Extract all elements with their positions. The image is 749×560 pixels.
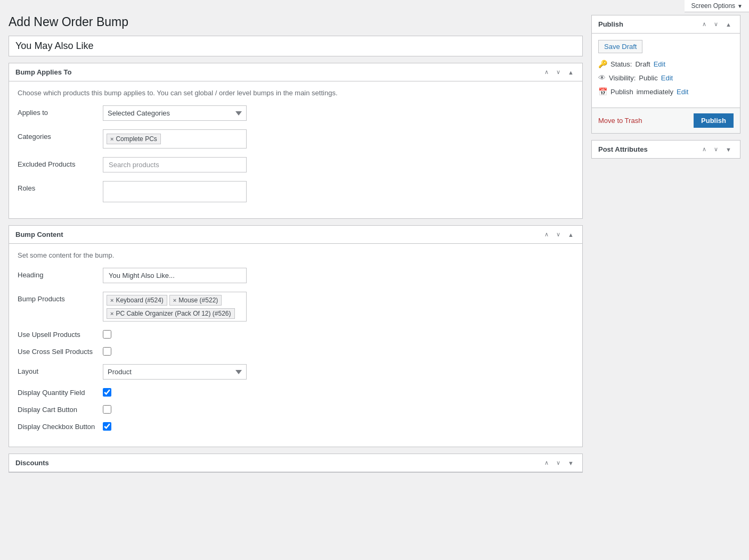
display-cart-label: Display Cart Button <box>18 406 103 414</box>
bump-products-tag-input[interactable]: × Keyboard (#524) × Mouse (#522) × PC Ca… <box>103 292 247 322</box>
discounts-header: Discounts ∧ ∨ ▼ <box>9 454 582 472</box>
publish-collapse-down-button[interactable]: ∨ <box>712 20 720 29</box>
publish-box-title: Publish <box>598 20 623 28</box>
keyboard-tag-label: Keyboard (#524) <box>116 297 163 304</box>
bump-products-label: Bump Products <box>18 292 103 303</box>
status-label: Status: <box>610 60 632 68</box>
close-metabox-button[interactable]: ▲ <box>566 68 576 77</box>
heading-input[interactable] <box>103 268 247 283</box>
screen-options-label: Screen Options <box>691 2 735 10</box>
display-quantity-row: Display Quantity Field <box>18 388 574 397</box>
publish-close-button[interactable]: ▲ <box>723 20 734 29</box>
roles-control <box>103 181 574 202</box>
collapse-down-button[interactable]: ∨ <box>554 68 563 77</box>
layout-label: Layout <box>18 364 103 375</box>
post-attributes-box: Post Attributes ∧ ∨ ▼ <box>591 140 740 159</box>
metabox-header-applies-to: Bump Applies To ∧ ∨ ▲ <box>9 63 582 81</box>
publish-box: Publish ∧ ∨ ▲ Save Draft 🔑 Status: Draft… <box>591 15 740 134</box>
use-crosssell-label: Use Cross Sell Products <box>18 348 103 356</box>
roles-tag-input[interactable] <box>103 181 247 202</box>
screen-options-button[interactable]: Screen Options ▼ <box>685 0 749 12</box>
excluded-products-control <box>103 157 574 172</box>
publish-header: Publish ∧ ∨ ▲ <box>592 15 740 34</box>
metabox-header-content: Bump Content ∧ ∨ ▲ <box>9 226 582 244</box>
publish-time-icon: 📅 <box>598 87 607 96</box>
status-row: 🔑 Status: Draft Edit <box>598 60 734 68</box>
discounts-close-button[interactable]: ▼ <box>566 459 576 467</box>
discounts-title: Discounts <box>15 459 49 467</box>
status-icon: 🔑 <box>598 60 607 68</box>
move-to-trash-link[interactable]: Move to Trash <box>598 117 642 125</box>
display-cart-row: Display Cart Button <box>18 405 574 414</box>
status-value: Draft <box>635 60 650 68</box>
use-upsell-checkbox[interactable] <box>103 330 111 339</box>
product-tag-mouse: × Mouse (#522) <box>169 295 222 306</box>
display-quantity-checkbox[interactable] <box>103 388 111 397</box>
layout-row: Layout Product List Grid <box>18 364 574 380</box>
screen-options-chevron: ▼ <box>737 3 743 9</box>
remove-cable-tag[interactable]: × <box>110 310 113 317</box>
visibility-icon: 👁 <box>598 73 606 82</box>
publish-time-value: immediately <box>637 88 673 96</box>
excluded-products-search[interactable] <box>103 157 247 172</box>
page-title: Add New Order Bump <box>9 15 583 29</box>
publish-time-edit-link[interactable]: Edit <box>677 88 688 96</box>
remove-mouse-tag[interactable]: × <box>173 297 176 303</box>
post-attr-up-button[interactable]: ∧ <box>700 145 709 154</box>
bump-content-description: Set some content for the bump. <box>18 251 574 259</box>
product-tag-cable: × PC Cable Organizer (Pack Of 12) (#526) <box>107 308 235 319</box>
use-crosssell-checkbox[interactable] <box>103 347 111 356</box>
display-cart-checkbox[interactable] <box>103 405 111 414</box>
post-title-input[interactable] <box>9 36 583 56</box>
content-collapse-up-button[interactable]: ∧ <box>542 230 551 239</box>
bump-content-metabox: Bump Content ∧ ∨ ▲ Set some content for … <box>9 225 583 447</box>
post-attributes-header: Post Attributes ∧ ∨ ▼ <box>592 141 740 158</box>
content-collapse-down-button[interactable]: ∨ <box>554 230 563 239</box>
publish-time-label: Publish <box>610 88 633 96</box>
layout-control: Product List Grid <box>103 364 574 380</box>
discounts-collapse-down-button[interactable]: ∨ <box>554 458 563 467</box>
collapse-up-button[interactable]: ∧ <box>542 68 551 77</box>
applies-to-select[interactable]: Selected Categories All Products Specifi… <box>103 105 247 121</box>
visibility-value: Public <box>639 74 657 82</box>
post-attr-close-button[interactable]: ▼ <box>723 145 734 154</box>
display-checkbox-row: Display Checkbox Button <box>18 422 574 431</box>
publish-body: Save Draft 🔑 Status: Draft Edit 👁 Visibi… <box>592 34 740 108</box>
categories-tag-input[interactable]: × Complete PCs <box>103 129 247 149</box>
post-attributes-controls: ∧ ∨ ▼ <box>699 145 734 154</box>
visibility-edit-link[interactable]: Edit <box>661 74 673 82</box>
post-attr-down-button[interactable]: ∨ <box>712 145 720 154</box>
remove-keyboard-tag[interactable]: × <box>110 297 113 303</box>
publish-collapse-up-button[interactable]: ∧ <box>700 20 709 29</box>
excluded-products-label: Excluded Products <box>18 157 103 168</box>
publish-footer: Move to Trash Publish <box>592 108 740 133</box>
category-tag-complete-pcs: × Complete PCs <box>107 134 161 144</box>
remove-category-tag[interactable]: × <box>110 136 113 142</box>
bump-applies-to-body: Choose which products this bump applies … <box>9 81 582 218</box>
publish-button[interactable]: Publish <box>694 113 734 128</box>
heading-label: Heading <box>18 268 103 279</box>
categories-control: × Complete PCs <box>103 129 574 149</box>
discounts-collapse-up-button[interactable]: ∧ <box>542 458 551 467</box>
use-crosssell-row: Use Cross Sell Products <box>18 347 574 356</box>
excluded-products-row: Excluded Products <box>18 157 574 172</box>
use-upsell-label: Use Upsell Products <box>18 331 103 339</box>
display-checkbox-checkbox[interactable] <box>103 422 111 431</box>
display-checkbox-label: Display Checkbox Button <box>18 423 103 431</box>
bump-content-body: Set some content for the bump. Heading B… <box>9 244 582 447</box>
sidebar: Publish ∧ ∨ ▲ Save Draft 🔑 Status: Draft… <box>591 15 740 479</box>
bump-content-title: Bump Content <box>15 230 63 238</box>
mouse-tag-label: Mouse (#522) <box>178 297 218 304</box>
bump-applies-to-metabox: Bump Applies To ∧ ∨ ▲ Choose which produ… <box>9 63 583 219</box>
layout-select[interactable]: Product List Grid <box>103 364 247 380</box>
display-quantity-label: Display Quantity Field <box>18 389 103 397</box>
bump-applies-to-description: Choose which products this bump applies … <box>18 89 574 97</box>
roles-label: Roles <box>18 181 103 192</box>
save-draft-button[interactable]: Save Draft <box>598 40 642 53</box>
status-edit-link[interactable]: Edit <box>654 60 665 68</box>
roles-row: Roles <box>18 181 574 202</box>
category-tag-label: Complete PCs <box>116 135 157 143</box>
bump-content-controls: ∧ ∨ ▲ <box>541 230 576 239</box>
content-close-button[interactable]: ▲ <box>566 230 576 239</box>
bump-applies-to-title: Bump Applies To <box>15 68 71 76</box>
